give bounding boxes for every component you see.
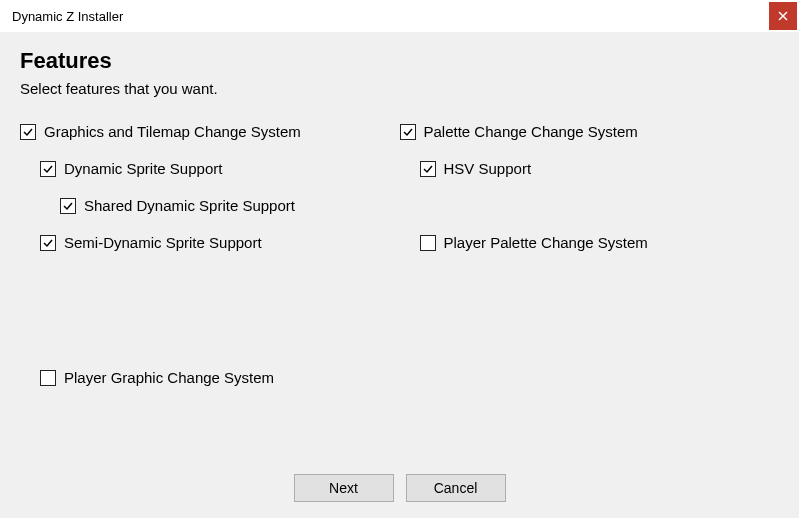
option-palette-change: Palette Change Change System: [400, 123, 780, 140]
page-subheading: Select features that you want.: [20, 80, 779, 97]
option-graphics-tilemap: Graphics and Tilemap Change System: [20, 123, 400, 140]
close-icon: [778, 11, 788, 21]
option-shared-dynamic-sprite: Shared Dynamic Sprite Support: [20, 197, 400, 214]
content-area: Features Select features that you want. …: [0, 32, 799, 406]
option-player-graphic-change: Player Graphic Change System: [20, 369, 400, 386]
features-area: Graphics and Tilemap Change System Dynam…: [20, 123, 779, 406]
option-dynamic-sprite: Dynamic Sprite Support: [20, 160, 400, 177]
titlebar: Dynamic Z Installer: [0, 0, 799, 32]
label-shared-dynamic-sprite: Shared Dynamic Sprite Support: [84, 197, 295, 214]
label-dynamic-sprite: Dynamic Sprite Support: [64, 160, 222, 177]
label-semi-dynamic-sprite: Semi-Dynamic Sprite Support: [64, 234, 262, 251]
option-semi-dynamic-sprite: Semi-Dynamic Sprite Support: [20, 234, 400, 251]
label-palette-change: Palette Change Change System: [424, 123, 638, 140]
checkbox-hsv-support[interactable]: [420, 161, 436, 177]
checkbox-graphics-tilemap[interactable]: [20, 124, 36, 140]
check-icon: [42, 237, 54, 249]
option-player-palette-change: Player Palette Change System: [400, 234, 780, 251]
spacer: [20, 271, 400, 369]
check-icon: [402, 126, 414, 138]
cancel-button[interactable]: Cancel: [406, 474, 506, 502]
checkbox-semi-dynamic-sprite[interactable]: [40, 235, 56, 251]
check-icon: [62, 200, 74, 212]
page-heading: Features: [20, 48, 779, 74]
label-hsv-support: HSV Support: [444, 160, 532, 177]
checkbox-dynamic-sprite[interactable]: [40, 161, 56, 177]
check-icon: [22, 126, 34, 138]
features-column-right: Palette Change Change System HSV Support…: [400, 123, 780, 406]
label-player-palette-change: Player Palette Change System: [444, 234, 648, 251]
checkbox-player-graphic-change[interactable]: [40, 370, 56, 386]
features-column-left: Graphics and Tilemap Change System Dynam…: [20, 123, 400, 406]
button-bar: Next Cancel: [0, 474, 799, 502]
label-player-graphic-change: Player Graphic Change System: [64, 369, 274, 386]
next-button[interactable]: Next: [294, 474, 394, 502]
check-icon: [422, 163, 434, 175]
close-button[interactable]: [769, 2, 797, 30]
checkbox-player-palette-change[interactable]: [420, 235, 436, 251]
check-icon: [42, 163, 54, 175]
window-title: Dynamic Z Installer: [12, 9, 123, 24]
option-hsv-support: HSV Support: [400, 160, 780, 177]
checkbox-shared-dynamic-sprite[interactable]: [60, 198, 76, 214]
label-graphics-tilemap: Graphics and Tilemap Change System: [44, 123, 301, 140]
checkbox-palette-change[interactable]: [400, 124, 416, 140]
